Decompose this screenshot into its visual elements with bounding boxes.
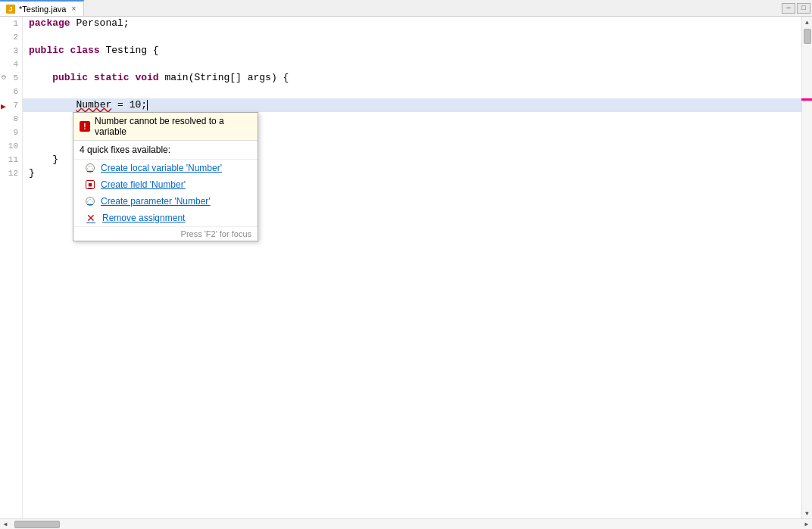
remove-assign-label: Remove assignment xyxy=(102,213,185,223)
quickfix-item-create-local[interactable]: ◌ Create local variable 'Number' xyxy=(73,160,258,176)
line-12: 12 xyxy=(0,166,22,180)
code-line-7: Number = 10; xyxy=(23,98,801,112)
vertical-scrollbar[interactable]: ▲ ▼ xyxy=(801,17,812,518)
create-local-label: Create local variable 'Number' xyxy=(101,163,222,173)
tab-close-button[interactable]: × xyxy=(70,4,77,14)
maximize-button[interactable]: □ xyxy=(797,3,810,14)
code-line-4 xyxy=(23,58,801,71)
java-file-icon: J xyxy=(6,5,15,14)
h-scroll-thumb[interactable] xyxy=(14,521,60,528)
code-area[interactable]: package Personal; public class Testing {… xyxy=(23,17,801,518)
code-line-6 xyxy=(23,85,801,98)
error-icon xyxy=(80,121,90,132)
line-1: 1 xyxy=(0,17,22,30)
scroll-up-arrow[interactable]: ▲ xyxy=(802,17,813,27)
error-message: Number cannot be resolved to a variable xyxy=(95,116,251,137)
tab-label: *Testing.java xyxy=(19,5,66,14)
error-header: Number cannot be resolved to a variable xyxy=(73,113,258,141)
line-10: 10 xyxy=(0,139,22,153)
code-line-3: public class Testing { xyxy=(23,44,801,58)
tab-bar: J *Testing.java × ─ □ xyxy=(0,0,812,17)
line-3: 3 xyxy=(0,44,22,58)
code-line-5: public static void main(String[] args) { xyxy=(23,71,801,85)
error-marker xyxy=(801,98,812,101)
line-number-gutter: 1 2 3 4 ⊖ 5 6 ▶ 7 8 9 10 11 12 xyxy=(0,17,23,518)
create-field-label: Create field 'Number' xyxy=(101,179,186,190)
scroll-right-arrow[interactable]: ▶ xyxy=(801,519,812,530)
create-field-icon: ■ xyxy=(86,180,95,189)
horizontal-scrollbar[interactable]: ◀ ▶ xyxy=(0,518,812,529)
code-line-2 xyxy=(23,30,801,44)
scroll-left-arrow[interactable]: ◀ xyxy=(0,519,11,530)
create-param-icon: ◌ xyxy=(86,197,95,206)
minimize-button[interactable]: ─ xyxy=(782,3,795,14)
create-local-icon: ◌ xyxy=(86,163,95,173)
editor-area: 1 2 3 4 ⊖ 5 6 ▶ 7 8 9 10 11 12 package P… xyxy=(0,17,812,518)
window-controls: ─ □ xyxy=(782,3,812,14)
line-11: 11 xyxy=(0,153,22,166)
scroll-down-arrow[interactable]: ▼ xyxy=(802,508,813,518)
code-line-1: package Personal; xyxy=(23,17,801,30)
scroll-thumb[interactable] xyxy=(804,29,811,44)
quickfix-title: 4 quick fixes available: xyxy=(73,141,258,160)
line-5: ⊖ 5 xyxy=(0,71,22,85)
line-2: 2 xyxy=(0,30,22,44)
remove-assign-icon: ✕ xyxy=(86,213,96,223)
file-tab[interactable]: J *Testing.java × xyxy=(0,0,84,16)
line-8: 8 xyxy=(0,112,22,126)
line-7: ▶ 7 xyxy=(0,98,22,112)
quickfix-item-remove-assign[interactable]: ✕ Remove assignment xyxy=(73,210,258,226)
quickfix-popup: Number cannot be resolved to a variable … xyxy=(73,112,258,241)
quickfix-item-create-field[interactable]: ■ Create field 'Number' xyxy=(73,176,258,193)
popup-footer: Press 'F2' for focus xyxy=(73,226,258,241)
line-6: 6 xyxy=(0,85,22,98)
quickfix-item-create-param[interactable]: ◌ Create parameter 'Number' xyxy=(73,193,258,210)
h-scroll-track xyxy=(11,519,801,529)
line-9: 9 xyxy=(0,126,22,139)
create-param-label: Create parameter 'Number' xyxy=(101,196,211,207)
line-4: 4 xyxy=(0,58,22,71)
